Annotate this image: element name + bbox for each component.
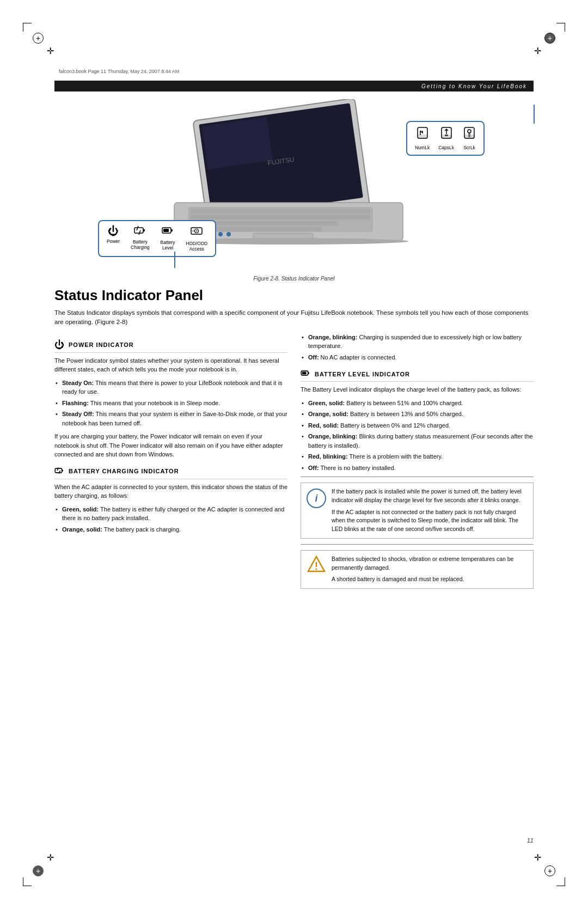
svg-rect-18 <box>143 229 145 231</box>
battery-charging-description: When the AC adapter is connected to your… <box>54 483 287 501</box>
svg-rect-32 <box>442 135 451 138</box>
power-bullet-3: Steady Off: This means that your system … <box>54 410 287 428</box>
crop-mark-tr <box>556 23 565 32</box>
power-bullet-1: Steady On: This means that there is powe… <box>54 379 287 396</box>
header-bar: Getting to Know Your LifeBook <box>54 81 534 91</box>
svg-rect-17 <box>134 228 143 233</box>
header-title: Getting to Know Your LifeBook <box>421 83 527 89</box>
battery-charging-head-text: BATTERY CHARGING INDICATOR <box>69 468 179 474</box>
svg-rect-23 <box>163 229 169 232</box>
power-icon: ⏻ <box>108 225 119 236</box>
battery-level-bullet-list: Green, solid: Battery is between 51% and… <box>301 399 534 473</box>
numlock-label: NumLk <box>415 145 430 150</box>
svg-point-26 <box>196 230 197 231</box>
battery-charging-bullet-1: Green, solid: The battery is either full… <box>54 505 287 523</box>
scrolllock-label: ScrLk <box>463 145 475 150</box>
battery-level-heading: BATTERY LEVEL INDICATOR <box>301 368 534 382</box>
svg-rect-7 <box>191 209 370 213</box>
page-number: 11 <box>527 837 534 844</box>
svg-rect-38 <box>62 469 63 471</box>
crosshair-bl: ✛ <box>47 853 54 862</box>
battery-level-bullet-6: Off: There is no battery installed. <box>301 463 534 473</box>
battery-charging-head-icon <box>54 466 64 477</box>
battery-level-icon <box>162 225 174 237</box>
battery-level-label: BatteryLevel <box>161 240 175 251</box>
battery-level-description: The Battery Level indicator displays the… <box>301 385 534 394</box>
capslock-label: CapsLk <box>438 145 454 150</box>
numlock-item: NumLk <box>415 126 430 150</box>
arrow-line-top <box>534 105 535 124</box>
svg-rect-29 <box>418 135 427 138</box>
battery-level-bullet-1: Green, solid: Battery is between 51% and… <box>301 399 534 408</box>
scrolllock-item: ScrLk <box>463 126 476 150</box>
info-box: i If the battery pack is installed while… <box>301 483 534 539</box>
info-box-text: If the battery pack is installed while t… <box>332 487 528 534</box>
battery-charging-bullet-2: Orange, solid: The battery pack is charg… <box>54 525 287 534</box>
crop-mark-bl <box>23 877 32 886</box>
svg-line-19 <box>137 226 138 230</box>
callout-box-bottom: ⏻ Power BatteryCharging BatteryLevel <box>98 220 216 257</box>
warning-box-text: Batteries subjected to shocks, vibration… <box>332 555 528 584</box>
battery-charging-label: BatteryCharging <box>131 239 150 250</box>
numlock-icon <box>416 126 429 143</box>
svg-point-14 <box>218 232 223 236</box>
battery-level-bullet-2: Orange, solid: Battery is between 13% an… <box>301 410 534 419</box>
power-indicator-heading: ⏻ POWER INDICATOR <box>54 339 287 353</box>
reg-mark-tr <box>544 33 555 44</box>
intro-paragraph: The Status Indicator displays symbols th… <box>54 308 534 327</box>
battery-level-head-text: BATTERY LEVEL INDICATOR <box>315 371 410 377</box>
battery-level-bullet-3: Red, solid: Battery is between 0% and 12… <box>301 421 534 430</box>
reg-mark-br <box>544 865 555 876</box>
hdd-indicator-item: HDD/ODDAccess <box>186 225 208 252</box>
svg-rect-42 <box>308 372 309 374</box>
scrolllock-icon <box>463 126 476 143</box>
section-title: Status Indicator Panel <box>54 287 534 304</box>
arrow-line-bottom <box>174 252 175 268</box>
divider-2 <box>301 544 534 545</box>
warning-box: Batteries subjected to shocks, vibration… <box>301 550 534 589</box>
svg-line-20 <box>139 230 140 235</box>
crosshair-tr: ✛ <box>534 47 541 56</box>
battery-charging-indicator-item: BatteryCharging <box>131 225 150 250</box>
power-bullet-list: Steady On: This means that there is powe… <box>54 379 287 428</box>
divider-1 <box>301 477 534 477</box>
svg-rect-27 <box>192 230 194 232</box>
callout-box-top-right: NumLk CapsLk ScrLk <box>406 121 485 156</box>
reg-mark-bl <box>33 865 44 876</box>
capslock-icon <box>440 126 453 143</box>
battery-charging-icon <box>134 225 146 237</box>
crop-mark-br <box>556 877 565 886</box>
power-head-icon: ⏻ <box>54 339 64 351</box>
warning-icon <box>307 555 326 575</box>
battery-charging-extra-2: Off: No AC adapter is connected. <box>301 353 534 362</box>
power-indicator-item: ⏻ Power <box>107 225 120 244</box>
crop-mark-tl <box>23 23 32 32</box>
left-column: ⏻ POWER INDICATOR The Power indicator sy… <box>54 333 287 595</box>
svg-rect-8 <box>191 215 370 219</box>
svg-point-15 <box>226 232 231 236</box>
two-column-layout: ⏻ POWER INDICATOR The Power indicator sy… <box>54 333 534 595</box>
power-label: Power <box>107 239 120 244</box>
svg-rect-37 <box>55 468 62 473</box>
right-column: Orange, blinking: Charging is suspended … <box>301 333 534 595</box>
battery-level-bullet-4: Orange, blinking: Blinks during battery … <box>301 432 534 450</box>
svg-point-34 <box>468 130 471 133</box>
power-head-text: POWER INDICATOR <box>69 341 134 348</box>
power-bullet-2: Flashing: This means that your notebook … <box>54 399 287 408</box>
battery-level-head-icon <box>301 368 310 380</box>
battery-charging-extra-1: Orange, blinking: Charging is suspended … <box>301 333 534 351</box>
svg-rect-22 <box>171 229 173 231</box>
hdd-label: HDD/ODDAccess <box>186 241 208 252</box>
hdd-icon <box>191 225 203 239</box>
crosshair-br: ✛ <box>534 853 541 862</box>
svg-rect-2 <box>202 117 273 169</box>
figure-caption: Figure 2-8. Status Indicator Panel <box>54 276 534 282</box>
diagram-area: FUJITSU <box>54 99 534 273</box>
file-info: falcon3.book Page 11 Thursday, May 24, 2… <box>59 69 179 74</box>
power-extra-para: If you are charging your battery, the Po… <box>54 432 287 459</box>
power-description: The Power indicator symbol states whethe… <box>54 356 287 374</box>
capslock-item: CapsLk <box>438 126 454 150</box>
battery-level-bullet-5: Red, blinking: There is a problem with t… <box>301 452 534 461</box>
svg-rect-36 <box>464 135 474 138</box>
battery-charging-bullet-list: Green, solid: The battery is either full… <box>54 505 287 534</box>
